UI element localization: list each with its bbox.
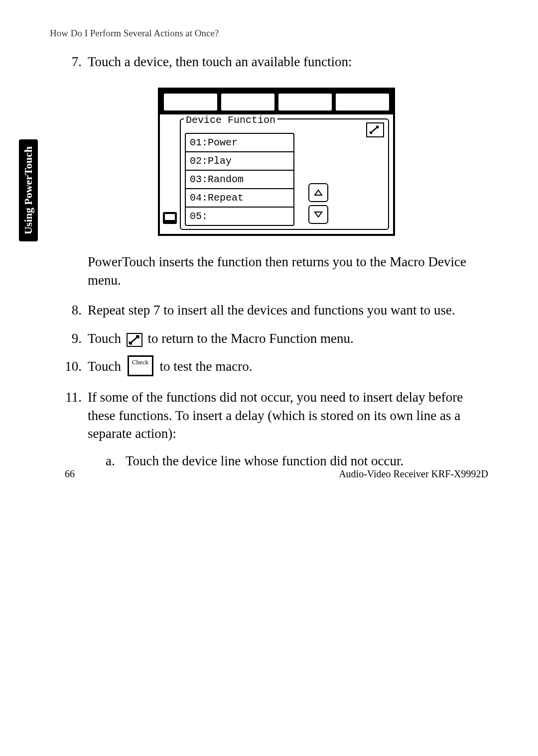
screenshot-tab: [335, 93, 390, 111]
step-text: If some of the functions did not occur, …: [88, 388, 488, 470]
product-name: Audio-Video Receiver KRF-X9992D: [339, 468, 488, 480]
device-screenshot: Device Function 01:Power 02:Play 03:Rand…: [158, 88, 395, 236]
screenshot-tab: [220, 93, 275, 111]
monitor-icon-container: [160, 118, 180, 230]
step-9-pre: Touch: [88, 331, 125, 346]
screenshot-title: Device Function: [184, 114, 277, 126]
back-arrow-icon: [127, 333, 142, 347]
list-item: 04:Repeat: [185, 188, 294, 207]
side-tab: Using PowerTouch: [19, 139, 38, 241]
step-8: 8. Repeat step 7 to insert all the devic…: [65, 301, 488, 319]
step-text: Repeat step 7 to insert all the devices …: [88, 301, 488, 319]
substep-letter: a.: [106, 452, 126, 470]
step-10: 10. Touch Check to test the macro.: [65, 357, 488, 378]
check-button-icon: Check: [128, 355, 153, 376]
step-7-paragraph: PowerTouch inserts the function then ret…: [88, 253, 488, 289]
step-11-text: If some of the functions did not occur, …: [88, 390, 463, 441]
step-10-pre: Touch: [88, 359, 125, 374]
monitor-icon: [163, 212, 177, 224]
step-text: Touch to return to the Macro Function me…: [88, 329, 488, 347]
step-text: Touch Check to test the macro.: [88, 357, 488, 378]
step-number: 7.: [65, 53, 88, 71]
step-number: 9.: [65, 329, 88, 347]
screenshot-tab: [277, 93, 333, 111]
function-list: 01:Power 02:Play 03:Random 04:Repeat 05:: [185, 133, 384, 226]
header-text: How Do I Perform Several Actions at Once…: [50, 28, 488, 39]
step-9: 9. Touch to return to the Macro Function…: [65, 329, 488, 347]
step-number: 8.: [65, 301, 88, 319]
down-arrow-icon: [308, 205, 328, 224]
step-9-post: to return to the Macro Function menu.: [144, 331, 354, 346]
substep-a: a. Touch the device line whose function …: [106, 452, 488, 470]
back-icon: [366, 122, 384, 137]
screenshot-tabs: [160, 90, 393, 114]
step-number: 11.: [65, 388, 88, 470]
page-number: 66: [65, 468, 75, 480]
substep-text: Touch the device line whose function did…: [126, 452, 404, 470]
step-11: 11. If some of the functions did not occ…: [65, 388, 488, 470]
step-10-post: to test the macro.: [156, 359, 253, 374]
list-item: 02:Play: [185, 151, 294, 170]
list-item: 05:: [185, 207, 294, 226]
step-text: Touch a device, then touch an available …: [88, 53, 488, 71]
step-7: 7. Touch a device, then touch an availab…: [65, 53, 488, 71]
list-item: 03:Random: [185, 170, 294, 188]
screenshot-tab: [163, 93, 218, 111]
list-item: 01:Power: [185, 133, 294, 151]
step-number: 10.: [65, 357, 88, 378]
up-arrow-icon: [308, 183, 328, 202]
footer: 66 Audio-Video Receiver KRF-X9992D: [50, 468, 488, 480]
